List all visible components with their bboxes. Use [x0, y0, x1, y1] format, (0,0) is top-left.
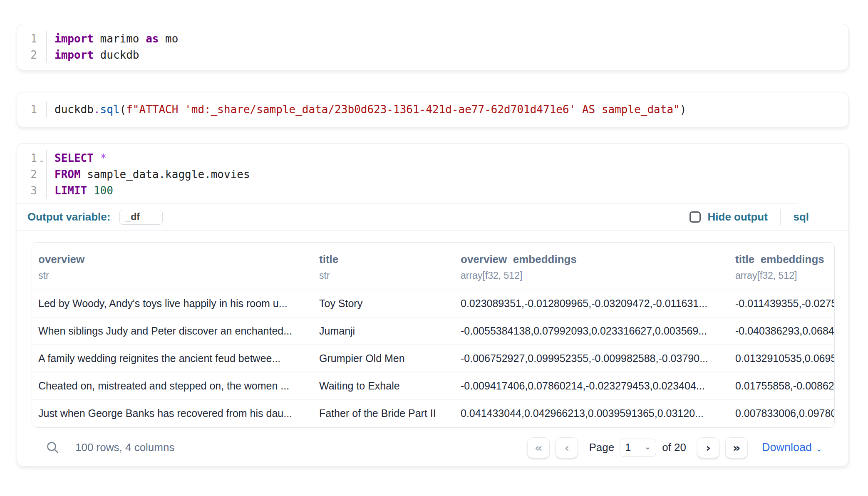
code-token: LIMIT	[55, 184, 87, 197]
line-number: 2	[17, 166, 37, 183]
table-cell[interactable]: Father of the Bride Part II	[313, 400, 454, 427]
cell-output: overviewstrtitlestroverview_embeddingsar…	[17, 231, 848, 466]
column-dtype: array[f32, 512]	[461, 270, 723, 281]
code-token: as	[146, 32, 159, 45]
table-cell[interactable]: Grumpier Old Men	[313, 345, 454, 372]
table-cell[interactable]: -0.040386293,0.068451	[729, 317, 834, 345]
code-line[interactable]: 1⌄SELECT *	[17, 150, 799, 166]
fold-spacer	[37, 173, 46, 176]
hide-output-checkbox[interactable]	[689, 211, 701, 223]
column-name: overview	[38, 253, 307, 266]
chevron-down-icon: ⌄	[816, 442, 822, 453]
code-line[interactable]: 3LIMIT 100	[17, 183, 799, 199]
code-token: marimo	[94, 32, 146, 45]
table-row[interactable]: Cheated on, mistreated and stepped on, t…	[32, 372, 834, 400]
table-cell[interactable]: -0.0055384138,0.07992093,0.023316627,0.0…	[454, 317, 729, 345]
table-footer: 100 rows, 4 columns « ‹ Page 1 ⌄ of 20 ›…	[32, 428, 835, 466]
table-cell[interactable]: 0.01755858,-0.0086286	[729, 372, 834, 400]
page-label: Page	[589, 441, 614, 454]
table-cell[interactable]: -0.006752927,0.099952355,-0.009982588,-0…	[454, 345, 729, 372]
row-count-status: 100 rows, 4 columns	[75, 441, 174, 454]
code-text: SELECT *	[46, 150, 799, 166]
output-variable-input[interactable]: _df	[119, 210, 163, 225]
column-header-overview_embeddings[interactable]: overview_embeddingsarray[f32, 512]	[454, 243, 729, 290]
sql-code-editor[interactable]: 1⌄SELECT *2FROM sample_data.kaggle.movie…	[17, 150, 799, 203]
column-header-overview[interactable]: overviewstr	[32, 243, 313, 290]
code-token: mo	[159, 32, 178, 45]
code-text: import duckdb	[46, 47, 848, 63]
divider	[780, 209, 781, 226]
page-select-value: 1	[625, 441, 631, 454]
code-line[interactable]: 2FROM sample_data.kaggle.movies	[17, 166, 799, 183]
line-number: 1	[17, 150, 37, 166]
results-table: overviewstrtitlestroverview_embeddingsar…	[32, 243, 834, 427]
code-token: FROM	[55, 168, 81, 181]
next-page-icon: ›	[706, 441, 711, 455]
download-button[interactable]: Download ⌄	[762, 441, 822, 454]
table-cell[interactable]: 0.023089351,-0.012809965,-0.03209472,-0.…	[454, 290, 729, 317]
code-token: import	[55, 49, 94, 61]
table-row[interactable]: When siblings Judy and Peter discover an…	[32, 317, 834, 345]
code-cell-attach[interactable]: 1duckdb.sql(f"ATTACH 'md:_share/sample_d…	[17, 92, 849, 127]
code-line[interactable]: 1duckdb.sql(f"ATTACH 'md:_share/sample_d…	[17, 102, 848, 118]
table-cell[interactable]: Toy Story	[313, 290, 454, 317]
code-line[interactable]: 2import duckdb	[17, 47, 848, 63]
hide-output-label[interactable]: Hide output	[708, 211, 768, 223]
table-cell[interactable]: Jumanji	[313, 317, 454, 345]
column-name: title_embeddings	[735, 253, 834, 266]
table-cell[interactable]: 0.041433044,0.042966213,0.0039591365,0.0…	[454, 400, 729, 427]
prev-page-icon: ‹	[564, 441, 569, 455]
next-page-button[interactable]: ›	[697, 437, 719, 458]
column-dtype: str	[319, 270, 448, 281]
column-dtype: array[f32, 512]	[735, 270, 834, 281]
language-toggle-sql[interactable]: sql	[793, 211, 809, 223]
column-name: overview_embeddings	[461, 253, 723, 266]
code-cell-imports[interactable]: 1import marimo as mo2import duckdb	[17, 24, 849, 70]
last-page-button[interactable]: »	[725, 437, 748, 458]
fold-spacer	[37, 54, 46, 57]
sql-cell[interactable]: 1⌄SELECT *2FROM sample_data.kaggle.movie…	[17, 143, 849, 466]
table-cell[interactable]: 0.007833006,0.097801	[729, 400, 834, 427]
table-cell[interactable]: Just when George Banks has recovered fro…	[32, 400, 313, 427]
table-row[interactable]: Led by Woody, Andy's toys live happily i…	[32, 290, 834, 317]
code-editor[interactable]: 1duckdb.sql(f"ATTACH 'md:_share/sample_d…	[17, 102, 848, 118]
column-header-title[interactable]: titlestr	[313, 243, 454, 290]
table-row[interactable]: A family wedding reignites the ancient f…	[32, 345, 834, 372]
output-variable-label: Output variable:	[27, 211, 110, 223]
table-cell[interactable]: Cheated on, mistreated and stepped on, t…	[32, 372, 313, 400]
table-cell[interactable]: Led by Woody, Andy's toys live happily i…	[32, 290, 313, 317]
table-cell[interactable]: -0.011439355,-0.027525	[729, 290, 834, 317]
code-token: *	[100, 152, 107, 164]
code-token: duckdb	[94, 49, 139, 61]
table-cell[interactable]: -0.009417406,0.07860214,-0.023279453,0.0…	[454, 372, 729, 400]
code-line[interactable]: 1import marimo as mo	[17, 31, 848, 47]
prev-page-button[interactable]: ‹	[556, 437, 578, 458]
code-token: f"ATTACH 'md:_share/sample_data/23b0d623…	[126, 103, 680, 116]
table-cell[interactable]: When siblings Judy and Peter discover an…	[32, 317, 313, 345]
code-editor[interactable]: 1import marimo as mo2import duckdb	[17, 31, 848, 63]
first-page-icon: «	[535, 441, 543, 455]
code-token: )	[680, 103, 687, 116]
fold-spacer	[37, 189, 46, 193]
table-row[interactable]: Just when George Banks has recovered fro…	[32, 400, 834, 427]
page-select[interactable]: 1 ⌄	[620, 439, 656, 457]
line-number: 3	[17, 183, 37, 199]
column-name: title	[319, 253, 448, 266]
column-header-title_embeddings[interactable]: title_embeddingsarray[f32, 512]	[729, 243, 834, 290]
code-token: (	[120, 103, 126, 116]
fold-spacer	[37, 37, 46, 41]
code-token: duckdb	[55, 103, 94, 116]
line-number: 2	[17, 47, 37, 63]
code-text: LIMIT 100	[46, 183, 799, 199]
table-cell[interactable]: A family wedding reignites the ancient f…	[32, 345, 313, 372]
table-cell[interactable]: Waiting to Exhale	[313, 372, 454, 400]
code-text: import marimo as mo	[46, 31, 848, 47]
fold-chevron-icon[interactable]: ⌄	[37, 149, 46, 168]
code-token	[94, 152, 100, 164]
search-button[interactable]	[46, 441, 60, 454]
column-dtype: str	[38, 270, 307, 281]
line-number: 1	[17, 31, 37, 47]
code-text: duckdb.sql(f"ATTACH 'md:_share/sample_da…	[46, 102, 848, 118]
first-page-button[interactable]: «	[527, 437, 550, 458]
table-cell[interactable]: 0.0132910535,0.06958	[729, 345, 834, 372]
